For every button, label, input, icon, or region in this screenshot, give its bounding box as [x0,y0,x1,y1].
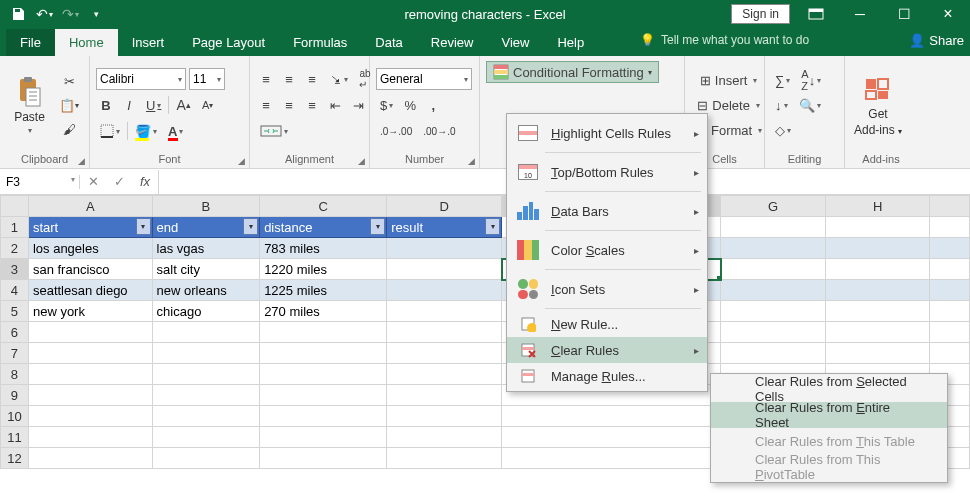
row-header[interactable]: 8 [1,364,29,385]
menu-top-bottom-rules[interactable]: 10 Top/Bottom Rules [507,155,707,189]
align-right-icon[interactable]: ≡ [302,94,322,116]
col-header-b[interactable]: B [152,196,260,217]
cell[interactable]: chicago [152,301,260,322]
menu-highlight-rules[interactable]: Highlight Cells Rules [507,116,707,150]
tab-insert[interactable]: Insert [118,29,179,56]
cell[interactable] [930,259,970,280]
percent-icon[interactable]: % [400,94,420,116]
tab-home[interactable]: Home [55,29,118,56]
filter-icon[interactable]: ▾ [136,218,151,235]
format-painter-icon[interactable]: 🖌 [55,118,83,140]
align-bottom-icon[interactable]: ≡ [302,68,322,90]
name-box[interactable]: F3 [0,175,80,189]
italic-button[interactable]: I [119,94,139,116]
menu-new-rule[interactable]: New Rule... [507,311,707,337]
menu-clear-rules[interactable]: Clear Rules [507,337,707,363]
tab-help[interactable]: Help [543,29,598,56]
col-header-c[interactable]: C [260,196,387,217]
menu-data-bars[interactable]: Data Bars [507,194,707,228]
align-left-icon[interactable]: ≡ [256,94,276,116]
row-header[interactable]: 12 [1,448,29,469]
row-header[interactable]: 1 [1,217,29,238]
conditional-formatting-button[interactable]: Conditional Formatting ▾ [486,61,659,83]
redo-icon[interactable]: ↷▾ [58,2,82,26]
dialog-launcher-icon[interactable]: ◢ [238,156,245,166]
number-format-combo[interactable]: General [376,68,472,90]
fill-icon[interactable]: ↓ [771,94,792,116]
row-header[interactable]: 4 [1,280,29,301]
dialog-launcher-icon[interactable]: ◢ [358,156,365,166]
orientation-icon[interactable]: ⭸ [325,68,352,90]
sort-filter-icon[interactable]: AZ↓ [797,69,825,91]
tab-review[interactable]: Review [417,29,488,56]
currency-icon[interactable]: $ [376,94,397,116]
cell[interactable]: san francisco [28,259,152,280]
align-middle-icon[interactable]: ≡ [279,68,299,90]
borders-icon[interactable] [96,120,124,142]
font-name-combo[interactable]: Calibri [96,68,186,90]
tab-formulas[interactable]: Formulas [279,29,361,56]
undo-icon[interactable]: ↶▾ [32,2,56,26]
menu-clear-selected[interactable]: Clear Rules from Selected Cells [711,376,947,402]
increase-indent-icon[interactable]: ⇥ [348,94,368,116]
row-header[interactable]: 10 [1,406,29,427]
menu-color-scales[interactable]: Color Scales [507,233,707,267]
tab-view[interactable]: View [487,29,543,56]
cell[interactable] [721,217,826,238]
cell[interactable] [825,238,930,259]
close-icon[interactable]: × [930,1,966,27]
table-header-cell[interactable]: result▾ [387,217,502,238]
cell[interactable]: 1220 miles [260,259,387,280]
cell[interactable]: seattlesan diego [28,280,152,301]
cell[interactable] [930,301,970,322]
cell[interactable] [721,280,826,301]
maximize-icon[interactable]: ☐ [886,1,922,27]
decrease-decimal-icon[interactable]: .00→.0 [419,120,459,142]
cell[interactable]: 270 miles [260,301,387,322]
cell[interactable] [825,301,930,322]
cell[interactable] [387,238,502,259]
cell[interactable] [387,280,502,301]
cell[interactable] [825,280,930,301]
tell-me[interactable]: 💡 Tell me what you want to do [640,33,809,47]
cell[interactable] [930,238,970,259]
cell[interactable] [930,217,970,238]
enter-formula-icon[interactable]: ✓ [106,170,132,194]
bold-button[interactable]: B [96,94,116,116]
underline-button[interactable]: U [142,94,165,116]
cell[interactable] [825,259,930,280]
row-header[interactable]: 9 [1,385,29,406]
sign-in-button[interactable]: Sign in [731,4,790,24]
fx-icon[interactable]: fx [132,170,158,194]
cell[interactable] [387,259,502,280]
cell[interactable]: salt city [152,259,260,280]
row-header[interactable]: 5 [1,301,29,322]
grow-font-icon[interactable]: A▴ [172,94,194,116]
tab-data[interactable]: Data [361,29,416,56]
copy-icon[interactable]: 📋▾ [55,94,83,116]
minimize-icon[interactable]: ─ [842,1,878,27]
save-icon[interactable] [6,2,30,26]
table-header-cell[interactable]: start▾ [28,217,152,238]
get-addins-button[interactable]: Get Add-ins ▾ [851,73,905,137]
row-header[interactable]: 6 [1,322,29,343]
cancel-formula-icon[interactable]: ✕ [80,170,106,194]
align-center-icon[interactable]: ≡ [279,94,299,116]
col-header-extra[interactable] [930,196,970,217]
col-header-a[interactable]: A [28,196,152,217]
filter-icon[interactable]: ▾ [243,218,258,235]
select-all-corner[interactable] [1,196,29,217]
cell[interactable] [721,238,826,259]
dialog-launcher-icon[interactable]: ◢ [78,156,85,166]
cell[interactable] [930,280,970,301]
table-header-cell[interactable]: distance▾ [260,217,387,238]
decrease-indent-icon[interactable]: ⇤ [325,94,345,116]
cell[interactable] [721,301,826,322]
font-size-combo[interactable]: 11 [189,68,225,90]
cell[interactable]: new orleans [152,280,260,301]
tab-page-layout[interactable]: Page Layout [178,29,279,56]
align-top-icon[interactable]: ≡ [256,68,276,90]
find-select-icon[interactable]: 🔍 [795,94,825,116]
autosum-icon[interactable]: ∑ [771,69,794,91]
filter-icon[interactable]: ▾ [370,218,385,235]
